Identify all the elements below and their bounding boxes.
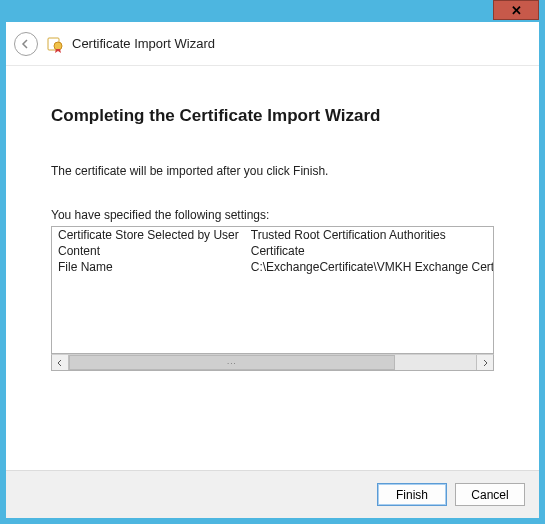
wizard-window: Certificate Import Wizard Completing the… [6,22,539,518]
cancel-button[interactable]: Cancel [455,483,525,506]
setting-label: Content [52,243,245,259]
info-text: The certificate will be imported after y… [51,164,494,178]
finish-button[interactable]: Finish [377,483,447,506]
scroll-left-button[interactable] [52,355,69,370]
settings-table: Certificate Store Selected by User Trust… [52,227,494,275]
setting-value: Certificate [245,243,494,259]
settings-listbox: Certificate Store Selected by User Trust… [51,226,494,354]
table-row[interactable]: File Name C:\ExchangeCertificate\VMKH Ex… [52,259,494,275]
setting-value: C:\ExchangeCertificate\VMKH Exchange Cer… [245,259,494,275]
certificate-wizard-icon [46,35,64,53]
setting-label: Certificate Store Selected by User [52,227,245,243]
table-row[interactable]: Certificate Store Selected by User Trust… [52,227,494,243]
table-row[interactable]: Content Certificate [52,243,494,259]
back-button[interactable] [14,32,38,56]
arrow-left-icon [20,38,32,50]
grip-icon: ∙∙∙ [227,358,237,367]
settings-label: You have specified the following setting… [51,208,494,222]
close-button[interactable]: ✕ [493,0,539,20]
horizontal-scrollbar[interactable]: ∙∙∙ [51,354,494,371]
window-title: Certificate Import Wizard [72,36,215,51]
scroll-right-button[interactable] [476,355,493,370]
close-icon: ✕ [511,4,522,17]
svg-point-1 [54,42,62,50]
chevron-right-icon [481,359,489,367]
scroll-track[interactable]: ∙∙∙ [69,355,476,370]
wizard-content: Completing the Certificate Import Wizard… [6,66,539,470]
titlebar: Certificate Import Wizard [6,22,539,66]
scroll-thumb[interactable]: ∙∙∙ [69,355,395,370]
wizard-footer: Finish Cancel [6,470,539,518]
page-heading: Completing the Certificate Import Wizard [51,106,494,126]
setting-label: File Name [52,259,245,275]
setting-value: Trusted Root Certification Authorities [245,227,494,243]
chevron-left-icon [56,359,64,367]
